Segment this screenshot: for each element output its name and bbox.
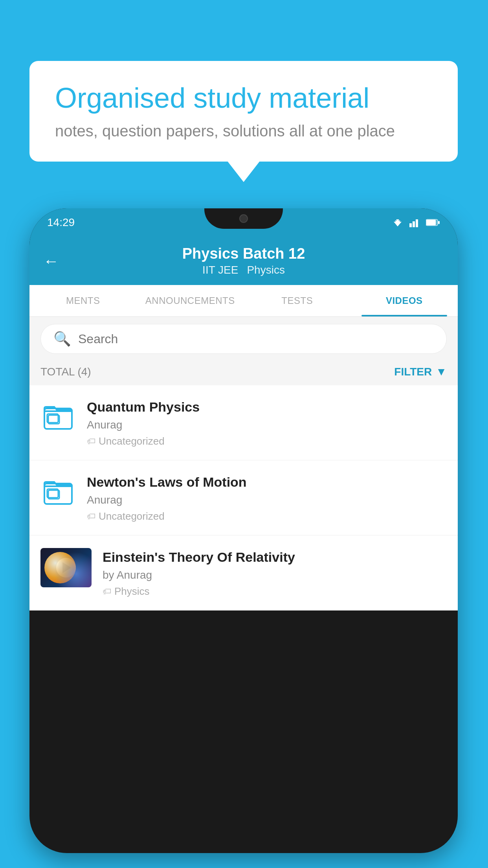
wifi-icon (391, 218, 404, 227)
battery-icon (426, 219, 440, 226)
list-item[interactable]: Quantum Physics Anurag 🏷 Uncategorized (29, 385, 458, 460)
speech-bubble-subtitle: notes, question papers, solutions all at… (55, 122, 432, 140)
signal-icon (409, 218, 420, 227)
tag-label: Uncategorized (99, 435, 165, 447)
video-tag: 🏷 Physics (103, 585, 447, 598)
app-header: ← Physics Batch 12 IIT JEE Physics (29, 237, 458, 285)
video-info: Quantum Physics Anurag 🏷 Uncategorized (87, 398, 447, 447)
svg-rect-4 (413, 221, 415, 227)
video-author: Anurag (87, 419, 447, 431)
video-list: Quantum Physics Anurag 🏷 Uncategorized (29, 385, 458, 611)
tag-label: Physics (114, 585, 150, 598)
phone-shell: 14:29 ← (29, 208, 458, 853)
thumb-image (40, 548, 92, 587)
status-time: 14:29 (47, 216, 75, 229)
total-label: TOTAL (4) (40, 366, 91, 378)
search-icon: 🔍 (53, 331, 71, 347)
tab-tests[interactable]: TESTS (244, 285, 351, 316)
filter-bar: TOTAL (4) FILTER ▼ (29, 361, 458, 385)
video-info: Einstein's Theory Of Relativity by Anura… (103, 548, 447, 598)
svg-rect-3 (409, 223, 412, 227)
tag-icon: 🏷 (87, 436, 95, 447)
video-title: Newton's Laws of Motion (87, 474, 447, 490)
video-thumbnail (40, 548, 92, 587)
list-item[interactable]: Einstein's Theory Of Relativity by Anura… (29, 535, 458, 611)
tab-ments[interactable]: MENTS (29, 285, 137, 316)
video-author: by Anurag (103, 569, 447, 581)
svg-rect-5 (416, 219, 418, 227)
speech-bubble-card: Organised study material notes, question… (29, 61, 458, 162)
folder-icon (42, 475, 74, 506)
header-subtitle-1: IIT JEE (202, 264, 238, 276)
status-bar: 14:29 (29, 208, 458, 237)
back-button[interactable]: ← (43, 252, 59, 270)
tabs-bar: MENTS ANNOUNCEMENTS TESTS VIDEOS (29, 285, 458, 317)
list-item[interactable]: Newton's Laws of Motion Anurag 🏷 Uncateg… (29, 460, 458, 535)
tag-icon: 🏷 (103, 587, 111, 597)
filter-label: FILTER (394, 366, 432, 378)
tag-icon: 🏷 (87, 511, 95, 522)
search-input[interactable] (78, 332, 434, 346)
svg-rect-7 (426, 220, 436, 225)
header-subtitle: IIT JEE Physics (202, 264, 285, 276)
search-bar-wrap: 🔍 (29, 317, 458, 361)
video-title: Quantum Physics (87, 399, 447, 415)
speech-bubble-title: Organised study material (55, 83, 432, 114)
folder-icon-wrap (40, 473, 76, 508)
svg-rect-8 (438, 221, 440, 224)
header-title: Physics Batch 12 (182, 245, 305, 262)
folder-icon (42, 400, 74, 431)
video-tag: 🏷 Uncategorized (87, 435, 447, 447)
tag-label: Uncategorized (99, 510, 165, 522)
camera-icon (239, 214, 248, 223)
header-subtitle-2: Physics (247, 264, 284, 276)
video-info: Newton's Laws of Motion Anurag 🏷 Uncateg… (87, 473, 447, 522)
tab-videos[interactable]: VIDEOS (351, 285, 458, 316)
status-icons (391, 218, 440, 227)
video-title: Einstein's Theory Of Relativity (103, 550, 447, 565)
folder-icon-wrap (40, 398, 76, 433)
filter-icon: ▼ (436, 366, 447, 378)
notch (204, 208, 283, 229)
video-tag: 🏷 Uncategorized (87, 510, 447, 522)
tab-announcements[interactable]: ANNOUNCEMENTS (137, 285, 244, 316)
video-author: Anurag (87, 494, 447, 506)
search-bar[interactable]: 🔍 (40, 324, 447, 354)
filter-button[interactable]: FILTER ▼ (394, 366, 447, 378)
